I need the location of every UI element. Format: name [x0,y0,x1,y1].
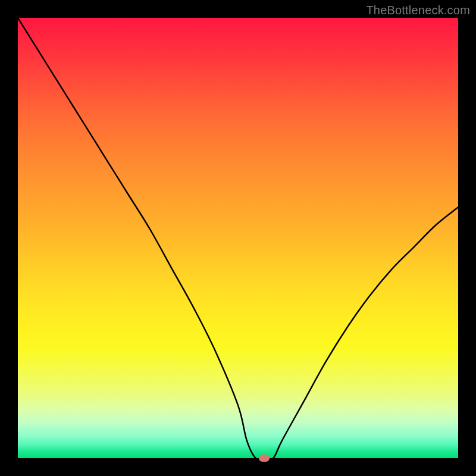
minimum-marker [259,455,270,462]
chart-frame: TheBottleneck.com [0,0,476,476]
watermark-text: TheBottleneck.com [366,4,470,17]
chart-curve [18,18,458,458]
chart-plot-area [18,18,458,458]
